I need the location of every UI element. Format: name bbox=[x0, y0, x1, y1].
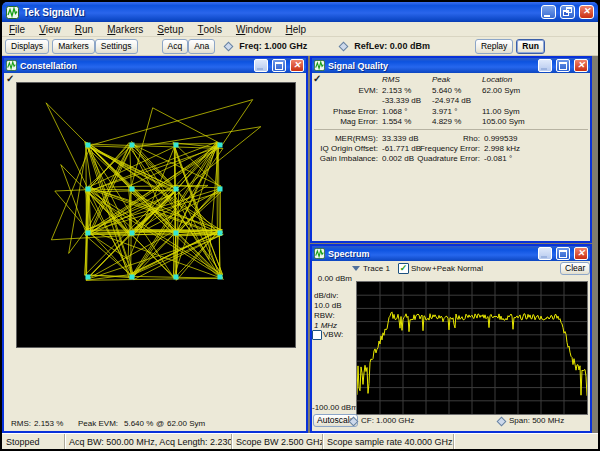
menu-window[interactable]: Window bbox=[229, 22, 279, 36]
constellation-body: ✓ RMS: 2.153 % Peak EVM: 5.640 % @ 62.00… bbox=[4, 73, 306, 431]
gain-imbalance-label: Gain Imbalance: bbox=[312, 154, 378, 164]
signal-quality-title: Signal Quality bbox=[328, 61, 534, 71]
constellation-window-icon bbox=[6, 60, 17, 71]
at-label: @ bbox=[156, 419, 164, 428]
peak-evm-label: Peak EVM: bbox=[78, 419, 118, 428]
freq-readout[interactable]: Freq: 1.000 GHz bbox=[239, 41, 307, 51]
ref-level-top: 0.00 dBm bbox=[314, 274, 352, 283]
status-scope-rate: Scope sample rate 40.000 GHz bbox=[323, 434, 454, 449]
freq-knob-icon bbox=[224, 41, 234, 51]
screen: Tek SignalVu ✕ File View Run Markers Set… bbox=[0, 0, 600, 451]
spectrum-window-icon bbox=[314, 248, 325, 259]
evm-rms-db: -33.339 dB bbox=[382, 96, 421, 106]
signal-quality-maximize-button[interactable] bbox=[556, 59, 570, 72]
show-checkbox[interactable]: ✓ bbox=[398, 263, 409, 274]
signal-quality-window: Signal Quality ✕ ✓ RMS Peak Location EVM… bbox=[310, 56, 592, 243]
evm-peak-db: -24.974 dB bbox=[432, 96, 471, 106]
row-label: EVM: bbox=[312, 86, 378, 96]
sq-row-evm: EVM: 2.153 % 5.640 % 62.00 Sym bbox=[312, 86, 590, 96]
spectrum-maximize-button[interactable] bbox=[556, 247, 570, 260]
close-button[interactable]: ✕ bbox=[579, 5, 594, 19]
signal-quality-window-icon bbox=[314, 60, 325, 71]
clear-button[interactable]: Clear bbox=[560, 262, 590, 275]
trace-dropdown-arrow-icon[interactable] bbox=[352, 266, 360, 271]
col-header-location: Location bbox=[482, 75, 512, 85]
sq-separator bbox=[314, 129, 588, 130]
at-value: 62.00 Sym bbox=[167, 419, 205, 428]
constellation-maximize-button[interactable] bbox=[272, 59, 286, 72]
trace-selector[interactable]: Trace 1 bbox=[363, 264, 390, 273]
app-window: Tek SignalVu ✕ File View Run Markers Set… bbox=[2, 2, 598, 449]
minimize-button[interactable] bbox=[541, 5, 556, 19]
peak-evm-value: 5.640 % bbox=[124, 419, 153, 428]
status-filler bbox=[454, 434, 598, 449]
toolbar: Displays Markers Settings Acq Ana Freq: … bbox=[2, 37, 598, 56]
rho-label: Rho: bbox=[408, 134, 480, 144]
menu-tools[interactable]: Tools bbox=[190, 22, 228, 36]
row-label: Mag Error: bbox=[312, 117, 378, 127]
statusbar: Stopped Acq BW: 500.00 MHz, Acq Length: … bbox=[2, 433, 598, 449]
sq-row-gain-imbalance: Gain Imbalance: 0.002 dB Quadrature Erro… bbox=[312, 154, 590, 164]
main-titlebar[interactable]: Tek SignalVu ✕ bbox=[2, 2, 598, 22]
menu-run[interactable]: Run bbox=[68, 22, 100, 36]
rbw-value[interactable]: 1 MHz bbox=[314, 321, 337, 330]
vbw-checkbox[interactable] bbox=[312, 330, 322, 340]
spectrum-window: Spectrum ✕ Trace 1 ✓ Show +Peak Normal C… bbox=[310, 244, 592, 433]
signal-quality-minimize-button[interactable] bbox=[538, 59, 552, 72]
span-knob-icon bbox=[497, 417, 507, 427]
freq-error-label: Frequency Error: bbox=[408, 144, 480, 154]
db-div-value[interactable]: 10.0 dB bbox=[314, 301, 342, 310]
spectrum-minimize-button[interactable] bbox=[538, 247, 552, 260]
constellation-close-button[interactable]: ✕ bbox=[290, 59, 304, 72]
cf-readout[interactable]: CF: 1.000 GHz bbox=[361, 416, 414, 425]
mag-location: 105.00 Sym bbox=[482, 117, 525, 127]
sq-row-iq-offset: IQ Origin Offset: -61.771 dB Frequency E… bbox=[312, 144, 590, 154]
rms-value: 2.153 % bbox=[34, 419, 63, 428]
phase-location: 11.00 Sym bbox=[482, 107, 520, 117]
spectrum-body: Trace 1 ✓ Show +Peak Normal Clear 0.00 d… bbox=[312, 261, 590, 431]
replay-button[interactable]: Replay bbox=[475, 39, 513, 54]
menu-help[interactable]: Help bbox=[279, 22, 314, 36]
ana-button[interactable]: Ana bbox=[188, 39, 215, 54]
menu-markers[interactable]: Markers bbox=[100, 22, 150, 36]
restore-button[interactable] bbox=[560, 5, 575, 19]
menu-setup[interactable]: Setup bbox=[150, 22, 190, 36]
signal-quality-body: ✓ RMS Peak Location EVM: 2.153 % 5.640 %… bbox=[312, 73, 590, 241]
spectrum-titlebar[interactable]: Spectrum ✕ bbox=[312, 246, 590, 261]
menu-file[interactable]: File bbox=[2, 22, 32, 36]
run-button[interactable]: Run bbox=[516, 39, 545, 54]
constellation-window: Constellation ✕ ✓ RMS: 2.153 % Peak EVM:… bbox=[2, 56, 308, 433]
sq-row-mer: MER(RMS): 33.339 dB Rho: 0.999539 bbox=[312, 134, 590, 144]
show-label: Show bbox=[411, 264, 431, 273]
settings-button[interactable]: Settings bbox=[95, 39, 138, 54]
detector-label: +Peak Normal bbox=[432, 264, 483, 273]
constellation-titlebar[interactable]: Constellation ✕ bbox=[4, 58, 306, 73]
reflev-readout[interactable]: RefLev: 0.00 dBm bbox=[354, 41, 430, 51]
constellation-plot bbox=[16, 82, 296, 348]
db-div-label: dB/div: bbox=[314, 291, 338, 300]
menu-view[interactable]: View bbox=[32, 22, 68, 36]
sq-row-phase-error: Phase Error: 1.068 ° 3.971 ° 11.00 Sym bbox=[312, 107, 590, 117]
phase-peak: 3.971 ° bbox=[432, 107, 457, 117]
quadrature-error-value: -0.081 ° bbox=[484, 154, 512, 164]
evm-peak: 5.640 % bbox=[432, 86, 461, 96]
reflev-knob-icon bbox=[339, 41, 349, 51]
spectrum-trace-row: Trace 1 ✓ Show +Peak Normal Clear bbox=[312, 261, 590, 276]
constellation-title: Constellation bbox=[20, 61, 250, 71]
markers-button[interactable]: Markers bbox=[52, 39, 95, 54]
iq-offset-label: IQ Origin Offset: bbox=[312, 144, 378, 154]
constellation-minimize-button[interactable] bbox=[254, 59, 268, 72]
spectrum-close-button[interactable]: ✕ bbox=[574, 247, 588, 260]
signal-quality-titlebar[interactable]: Signal Quality ✕ bbox=[312, 58, 590, 73]
signal-quality-close-button[interactable]: ✕ bbox=[574, 59, 588, 72]
row-label: Phase Error: bbox=[312, 107, 378, 117]
displays-button[interactable]: Displays bbox=[5, 39, 49, 54]
acq-button[interactable]: Acq bbox=[162, 39, 189, 54]
mag-peak: 4.829 % bbox=[432, 117, 461, 127]
col-header-rms: RMS bbox=[382, 75, 400, 85]
span-readout[interactable]: Span: 500 MHz bbox=[509, 416, 564, 425]
spectrum-plot bbox=[356, 281, 588, 415]
spectrum-footer: Autoscale CF: 1.000 GHz Span: 500 MHz bbox=[312, 416, 590, 428]
window-title: Tek SignalVu bbox=[23, 7, 537, 18]
mer-label: MER(RMS): bbox=[312, 134, 378, 144]
